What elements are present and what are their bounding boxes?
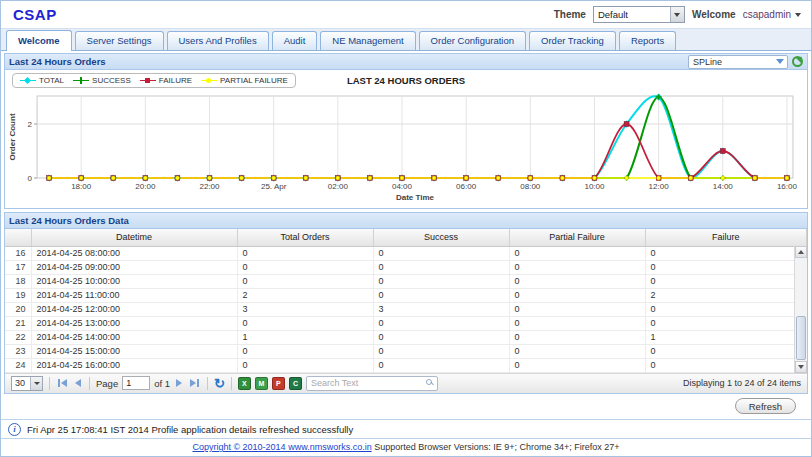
tab-users-and-profiles[interactable]: Users And Profiles — [167, 31, 269, 50]
row-number-cell: 20 — [5, 302, 31, 316]
orders-chart-panel-title: Last 24 Hours Orders — [9, 56, 106, 67]
scroll-down-icon[interactable] — [795, 361, 807, 373]
cell-total-orders: 0 — [237, 358, 373, 372]
chevron-down-icon — [776, 59, 784, 64]
tab-server-settings[interactable]: Server Settings — [75, 31, 164, 50]
table-scrollbar[interactable] — [794, 246, 807, 373]
table-row[interactable]: 232014-04-25 15:00:000000 — [5, 344, 807, 358]
svg-text:12:00: 12:00 — [649, 182, 670, 191]
refresh-grid-icon[interactable]: ↻ — [214, 377, 225, 390]
cell-datetime: 2014-04-25 08:00:00 — [31, 246, 237, 260]
export-xml-icon[interactable]: M — [255, 377, 268, 390]
theme-select-arrow-icon[interactable] — [670, 7, 684, 22]
chart-title: LAST 24 HOURS ORDERS — [5, 75, 807, 86]
page-size-select[interactable]: 30 — [11, 376, 43, 391]
theme-select-value: Default — [594, 9, 670, 20]
table-row[interactable]: 212014-04-25 13:00:000000 — [5, 316, 807, 330]
cell-total-orders: 0 — [237, 260, 373, 274]
table-row[interactable]: 172014-04-25 09:00:000000 — [5, 260, 807, 274]
orders-data-grid: Datetime Total Orders Success Partial Fa… — [5, 229, 807, 373]
scroll-up-icon[interactable] — [795, 246, 807, 258]
cell-datetime: 2014-04-25 16:00:00 — [31, 358, 237, 372]
welcome-label: Welcome — [692, 9, 736, 20]
tab-audit[interactable]: Audit — [272, 31, 318, 50]
status-message: Fri Apr 25 17:08:41 IST 2014 Profile app… — [27, 424, 353, 435]
table-row[interactable]: 182014-04-25 10:00:000000 — [5, 274, 807, 288]
cell-datetime: 2014-04-25 15:00:00 — [31, 344, 237, 358]
cell-datetime: 2014-04-25 14:00:00 — [31, 330, 237, 344]
cell-datetime: 2014-04-25 12:00:00 — [31, 302, 237, 316]
table-row[interactable]: 222014-04-25 14:00:001001 — [5, 330, 807, 344]
tab-ne-management[interactable]: NE Management — [320, 31, 415, 50]
col-header-partial-failure[interactable]: Partial Failure — [509, 229, 645, 246]
table-row[interactable]: 202014-04-25 12:00:003300 — [5, 302, 807, 316]
col-header-datetime[interactable]: Datetime — [31, 229, 237, 246]
row-number-header — [5, 229, 31, 246]
orders-chart-panel: Last 24 Hours Orders SPLine TOTALSUCCESS… — [4, 53, 808, 209]
next-page-icon[interactable] — [174, 379, 184, 387]
refresh-button[interactable]: Refresh — [735, 398, 796, 414]
row-number-cell: 21 — [5, 316, 31, 330]
cell-datetime: 2014-04-25 09:00:00 — [31, 260, 237, 274]
svg-text:04:00: 04:00 — [392, 182, 413, 191]
csap-application-window: CSAP Theme Default Welcome csapadmin Wel… — [0, 0, 812, 457]
row-number-cell: 19 — [5, 288, 31, 302]
tab-welcome[interactable]: Welcome — [6, 30, 72, 51]
tab-order-tracking[interactable]: Order Tracking — [529, 31, 616, 50]
page-footer: Copyright © 2010-2014 www.nmsworks.co.in… — [1, 438, 811, 456]
svg-text:10:00: 10:00 — [584, 182, 605, 191]
col-header-failure[interactable]: Failure — [645, 229, 807, 246]
table-row[interactable]: 242014-04-25 16:00:000000 — [5, 358, 807, 372]
page-of-label: of 1 — [154, 378, 170, 389]
col-header-success[interactable]: Success — [373, 229, 509, 246]
cell-total-orders: 2 — [237, 288, 373, 302]
cell-success: 0 — [373, 344, 509, 358]
cell-failure: 0 — [645, 302, 807, 316]
table-row[interactable]: 192014-04-25 11:00:002002 — [5, 288, 807, 302]
cell-total-orders: 3 — [237, 302, 373, 316]
tab-reports[interactable]: Reports — [619, 31, 676, 50]
chart-type-select[interactable]: SPLine — [688, 55, 788, 69]
copyright-link[interactable]: Copyright © 2010-2014 www.nmsworks.co.in — [192, 442, 371, 452]
cell-partial-failure: 0 — [509, 288, 645, 302]
row-number-cell: 17 — [5, 260, 31, 274]
cell-failure: 0 — [645, 358, 807, 372]
app-header: CSAP Theme Default Welcome csapadmin — [1, 1, 811, 29]
svg-text:20:00: 20:00 — [135, 182, 156, 191]
svg-text:25. Apr: 25. Apr — [261, 182, 287, 191]
orders-chart: 0218:0020:0022:0025. Apr02:0004:0006:000… — [5, 90, 807, 208]
header-controls: Theme Default Welcome csapadmin — [554, 6, 801, 23]
tab-order-configuration[interactable]: Order Configuration — [419, 31, 526, 50]
prev-page-icon[interactable] — [73, 379, 83, 387]
first-page-icon[interactable] — [56, 379, 69, 387]
user-menu[interactable]: csapadmin — [743, 9, 801, 20]
cell-failure: 0 — [645, 260, 807, 274]
cell-partial-failure: 0 — [509, 358, 645, 372]
export-pdf-icon[interactable]: P — [272, 377, 285, 390]
col-header-total-orders[interactable]: Total Orders — [237, 229, 373, 246]
cell-datetime: 2014-04-25 11:00:00 — [31, 288, 237, 302]
displaying-status: Displaying 1 to 24 of 24 items — [683, 378, 801, 388]
svg-text:02:00: 02:00 — [328, 182, 349, 191]
export-csv-icon[interactable]: C — [289, 377, 302, 390]
table-row[interactable]: 162014-04-25 08:00:000000 — [5, 246, 807, 260]
main-content: Last 24 Hours Orders SPLine TOTALSUCCESS… — [1, 51, 811, 419]
last-page-icon[interactable] — [188, 379, 201, 387]
scrollbar-thumb[interactable] — [796, 316, 806, 360]
page-number-input[interactable] — [122, 376, 150, 390]
browser-support-text: Supported Browser Versions: IE 9+; Chrom… — [372, 442, 620, 452]
svg-text:14:00: 14:00 — [713, 182, 734, 191]
theme-select[interactable]: Default — [593, 6, 685, 23]
search-input[interactable] — [306, 376, 438, 391]
cell-partial-failure: 0 — [509, 330, 645, 344]
cell-total-orders: 1 — [237, 330, 373, 344]
cell-failure: 0 — [645, 316, 807, 330]
svg-text:08:00: 08:00 — [520, 182, 541, 191]
search-box — [306, 376, 438, 391]
export-excel-icon[interactable]: X — [238, 377, 251, 390]
cell-partial-failure: 0 — [509, 302, 645, 316]
page-size-arrow-icon[interactable] — [30, 377, 42, 390]
cell-success: 0 — [373, 274, 509, 288]
cell-partial-failure: 0 — [509, 316, 645, 330]
chart-refresh-icon[interactable] — [792, 56, 803, 67]
